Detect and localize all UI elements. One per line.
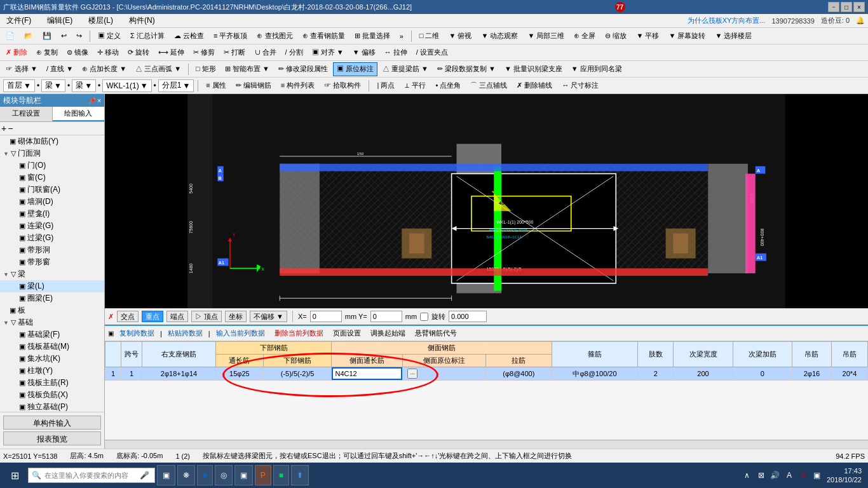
tb-new[interactable]: 📄 [2,29,18,43]
side-through-input[interactable] [332,367,402,380]
rotate-input[interactable] [449,311,487,322]
nav-delete-aux[interactable]: ✗ 删除辅线 [513,79,556,93]
tb-screen-rotate[interactable]: ▼ 屏幕旋转 [665,29,709,43]
tb-view-top[interactable]: ▼ 俯视 [445,29,475,43]
tb-stretch[interactable]: ↔ 拉伸 [381,46,411,60]
maximize-btn[interactable]: □ [841,2,852,12]
tray-arrow[interactable]: ∧ [741,469,754,482]
tb-break[interactable]: ✂ 打断 [220,46,249,60]
taskbar-app-weather[interactable]: ❋ [177,465,195,485]
tb-find-element[interactable]: ⊕ 查找图元 [253,29,296,43]
sidebar-pin-icon[interactable]: 📌 [88,97,96,104]
floor-select[interactable]: 首层 ▼ [3,79,35,92]
sidebar-tree-item[interactable]: ▼▽梁 [0,268,104,280]
sidebar-close-icon[interactable]: × [97,97,101,104]
tb-set-grip[interactable]: / 设置夹点 [412,46,452,60]
tb-zoom[interactable]: ⊖ 缩放 [601,29,630,43]
cell-hanger1[interactable]: 2φ16 [792,367,831,381]
tb-move[interactable]: ✛ 移动 [93,46,123,60]
cell-stirrup[interactable]: 中φ8@100/20 [552,367,638,381]
tb-pan[interactable]: ▼ 平移 [632,29,663,43]
rotate-check[interactable] [420,313,428,321]
cell-side-through[interactable]: N4C12 [332,367,403,381]
x-input[interactable] [310,311,342,322]
tb-re-extract[interactable]: △ 重提梁筋 ▼ [379,62,432,76]
tb-batch-id-support[interactable]: ▼ 批量识别梁支座 [501,62,566,76]
delete-current-col-btn[interactable]: 删除当前列数据 [271,327,327,341]
type1-select[interactable]: 梁 ▼ [41,79,65,92]
paste-span-data-btn[interactable]: 粘贴跨数据 [164,327,207,341]
tab-no-offset[interactable]: 不偏移 ▼ [250,311,287,322]
cell-right-support[interactable]: 2φ18+1φ14 [142,367,216,381]
nav-two-point[interactable]: | 两点 [373,79,398,93]
tb-define[interactable]: ▣ 定义 [94,29,125,43]
close-btn[interactable]: × [853,2,865,12]
nav-dimension[interactable]: ↔ 尺寸标注 [558,79,602,93]
sidebar-tree-item[interactable]: ▶▣门(O) [0,159,104,172]
tb-copy-span[interactable]: ✏ 梁段数据复制 ▼ [433,62,499,76]
drawing-area[interactable]: 45° WKL-1(1) 200*500 A8@160/200(2)-2018 … [105,94,868,308]
cell-bottom-bar[interactable]: (-5)/5(-2)/5 [263,367,332,381]
tb-local-3d[interactable]: ▼ 局部三维 [524,29,568,43]
sidebar-tree-item[interactable]: ▶▣带形洞 [0,244,104,256]
table-container[interactable]: 跨号 右支座钢筋 下部钢筋 侧面钢筋 箍筋 肢数 次梁宽度 次梁加筋 吊筋 吊筋 [105,341,868,440]
tab-endpoint[interactable]: 端点 [166,311,188,322]
menu-file[interactable]: 文件(F) [3,14,34,27]
table-row[interactable]: 1 1 2φ18+1φ14 15φ25 (-5)/5(-2)/5 N4C12 [105,367,868,381]
sidebar-tree-item[interactable]: ▼▽基础 [0,316,104,329]
sidebar-tree-item[interactable]: ▶▣独立基础(P) [0,401,104,412]
layer-select[interactable]: 分层1 ▼ [158,79,194,92]
tab-intersection[interactable]: 交点 [117,311,139,322]
type2-select[interactable]: 梁 ▼ [72,79,96,92]
tb-copy[interactable]: ⊕ 复制 [32,46,62,60]
nav-parallel[interactable]: ⊥ 平行 [400,79,430,93]
sidebar-tree-item[interactable]: ▶▣筏板负筋(X) [0,389,104,401]
tb-line[interactable]: / 直线 ▼ [43,62,77,76]
tb-calculate[interactable]: Σ 汇总计算 [126,29,168,43]
swap-start-end-btn[interactable]: 调换起始端 [367,327,409,341]
tb-select-floor[interactable]: ▼ 选择楼层 [711,29,756,43]
tb-offset[interactable]: ▼ 偏移 [349,46,379,60]
sidebar-tree-item[interactable]: ▶▣柱墩(Y) [0,365,104,377]
tb-extend[interactable]: ⟷ 延伸 [154,46,188,60]
tb-fullscreen[interactable]: ⊕ 全屏 [570,29,599,43]
taskbar-app-app1[interactable]: ■ [273,465,289,485]
tray-sound[interactable]: 🔊 [769,469,782,482]
sidebar-tree-item[interactable]: ▶▣筏板主筋(R) [0,377,104,389]
tb-modify-segment[interactable]: ✏ 修改梁段属性 [275,62,332,76]
tb-split[interactable]: / 分割 [281,46,307,60]
minimize-btn[interactable]: － [828,2,839,12]
sidebar-tree-item[interactable]: ▶▣壁龛(I) [0,208,104,220]
tb-more1[interactable]: » [396,29,407,43]
component-select[interactable]: WKL-1(1) ▼ [102,79,151,92]
tb-align-top[interactable]: ≡ 平齐板顶 [210,29,251,43]
tb-batch-select[interactable]: ⊞ 批量选择 [351,29,394,43]
sidebar-tree-item[interactable]: ▶▣筏板基础(M) [0,341,104,353]
sidebar-icon2[interactable]: − [8,123,13,133]
taskbar-app-upload[interactable]: ⬆ [291,465,309,485]
sidebar-tree-item[interactable]: ▶▣集水坑(K) [0,353,104,365]
menu-edit[interactable]: 编辑(E) [44,14,76,27]
section-drawing-input[interactable]: 绘图输入 [53,107,105,121]
tb-in-situ-mark[interactable]: ▣ 原位标注 [333,62,377,76]
copy-span-data-btn[interactable]: 复制跨数据 [116,327,158,341]
tab-top[interactable]: ▷ 顶点 [191,311,222,322]
cell-legs[interactable]: 2 [638,367,674,381]
taskbar-time[interactable]: 17:43 2018/10/22 [827,466,862,485]
nav-pick-component[interactable]: ☞ 拾取构件 [320,79,365,93]
sidebar-tree-item[interactable]: ▶▣板 [0,304,104,316]
sidebar-tree-item[interactable]: ▶▣带形窗 [0,256,104,268]
input-current-col-btn[interactable]: 输入当前列数据 [212,327,269,341]
tb-trim[interactable]: ✂ 修剪 [189,46,219,60]
tb-save[interactable]: 💾 [39,29,55,43]
tray-ime-s[interactable]: S [797,469,810,482]
tray-notify[interactable]: ▣ [811,469,824,482]
taskbar-app-taskview[interactable]: ▣ [157,465,175,485]
tab-coord[interactable]: 坐标 [225,311,247,322]
nav-edit-rebar[interactable]: ✏ 编辑钢筋 [232,79,275,93]
tb-point-len[interactable]: ⊕ 点加长度 ▼ [78,62,130,76]
tb-undo[interactable]: ↩ [57,29,71,43]
report-preview-btn[interactable]: 报表预览 [3,431,101,445]
tb-delete[interactable]: ✗ 删除 [2,46,31,60]
sidebar-icon1[interactable]: + [1,123,6,133]
